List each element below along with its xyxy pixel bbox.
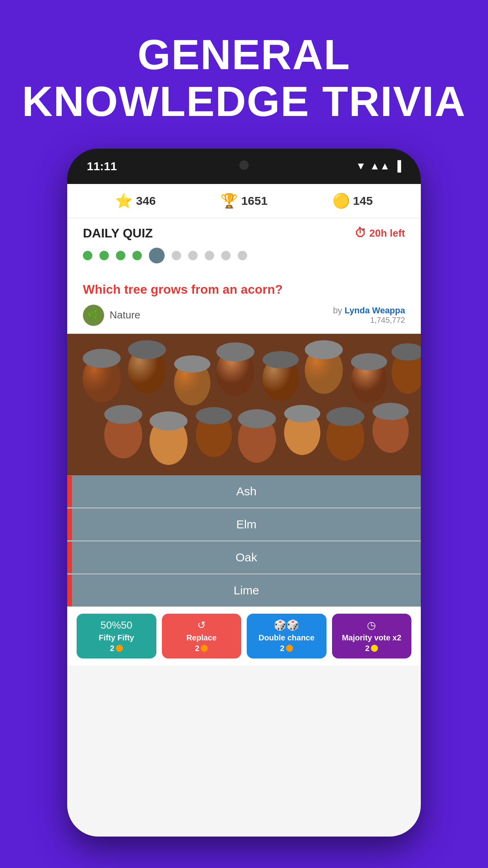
question-image [67,334,421,475]
lifeline-double-chance[interactable]: 🎲🎲 Double chance 2 [247,614,327,658]
answer-text-3: Oak [72,541,421,574]
answer-btn-1[interactable]: Ash [67,475,421,508]
answer-btn-2[interactable]: Elm [67,508,421,541]
question-section: Which tree grows from an acorn? 🌿 Nature… [67,271,421,334]
answer-text-1: Ash [72,475,421,508]
star-icon: ⭐ [115,193,133,209]
status-time: 11:11 [87,160,117,173]
page-title: GENERAL KNOWLEDGE TRIVIA [22,0,466,149]
majority-vote-coin [371,645,378,652]
svg-point-6 [128,340,166,359]
progress-dot-5 [149,248,165,263]
phone-shell: 11:11 ▼ ▲▲ ▐ ⭐ 346 🏆 1651 🟡 145 [67,149,421,837]
author-count: 1,745,772 [333,316,405,325]
fifty-fifty-coin [116,645,123,652]
svg-point-37 [372,403,409,420]
svg-point-35 [327,407,365,426]
timer-badge: ⏱ 20h left [354,226,405,240]
lifelines-bar: 50%50 Fifty Fifty 2 ↺ Replace 2 🎲🎲 Doubl… [67,607,421,666]
wifi-icon: ▼ [356,160,366,172]
camera [239,160,249,170]
svg-point-12 [216,342,255,361]
trophy-stat: 🏆 1651 [220,193,268,209]
svg-point-25 [104,405,142,424]
progress-dot-6 [172,251,181,260]
coins-value: 145 [353,194,373,208]
daily-quiz-label: DAILY QUIZ [83,226,153,241]
svg-point-3 [83,349,121,368]
answer-indicator-1 [67,476,72,507]
svg-point-27 [150,411,188,430]
answer-btn-4[interactable]: Lime [67,574,421,607]
category-info: 🌿 Nature [83,305,140,326]
trophy-value: 1651 [241,194,268,208]
question-text: Which tree grows from an acorn? [83,282,405,297]
answer-text-2: Elm [72,508,421,541]
phone-screen: ⭐ 346 🏆 1651 🟡 145 DAILY QUIZ ⏱ 20h left [67,184,421,837]
majority-vote-cost: 2 [365,644,369,653]
double-chance-cost: 2 [280,644,284,653]
fifty-fifty-cost: 2 [110,644,114,653]
author-info: by Lynda Weappa 1,745,772 [333,305,405,325]
progress-dot-10 [238,251,247,260]
svg-point-9 [174,355,210,372]
progress-dot-4 [132,251,142,260]
lifeline-majority-vote[interactable]: ◷ Majority vote x2 2 [332,614,412,658]
stats-bar: ⭐ 346 🏆 1651 🟡 145 [67,184,421,218]
progress-dot-8 [205,251,214,260]
lifeline-fifty-fifty[interactable]: 50%50 Fifty Fifty 2 [77,614,156,658]
answers-section: Ash Elm Oak Lime [67,475,421,607]
svg-point-15 [262,351,299,368]
progress-dot-2 [99,251,109,260]
svg-point-21 [351,353,387,370]
coins-stat: 🟡 145 [332,193,373,209]
quiz-header: DAILY QUIZ ⏱ 20h left [67,218,421,271]
progress-dot-7 [188,251,198,260]
svg-point-18 [305,340,343,359]
svg-point-31 [238,409,276,428]
battery-icon: ▐ [394,160,401,172]
answer-text-4: Lime [72,574,421,607]
progress-dot-1 [83,251,92,260]
category-name: Nature [110,309,140,321]
answer-btn-3[interactable]: Oak [67,541,421,574]
replace-cost: 2 [195,644,199,653]
lifeline-replace[interactable]: ↺ Replace 2 [162,614,242,658]
svg-point-29 [196,407,232,424]
timer-icon: ⏱ [354,226,366,240]
progress-dot-9 [221,251,231,260]
progress-dot-3 [116,251,125,260]
trophy-icon: 🏆 [220,193,238,209]
double-chance-coin [286,645,293,652]
signal-icon: ▲▲ [370,160,390,172]
stars-value: 346 [136,194,156,208]
timer-text: 20h left [369,227,405,239]
answer-indicator-4 [67,575,72,606]
author-name: Lynda Weappa [345,305,405,315]
svg-point-33 [284,405,320,422]
author-by: by [333,305,345,315]
progress-dots [83,248,405,271]
stars-stat: ⭐ 346 [115,193,156,209]
answer-indicator-2 [67,509,72,540]
answer-indicator-3 [67,542,72,573]
category-icon: 🌿 [83,305,104,326]
question-meta: 🌿 Nature by Lynda Weappa 1,745,772 [83,305,405,326]
coin-icon: 🟡 [332,193,350,209]
replace-coin [201,645,208,652]
